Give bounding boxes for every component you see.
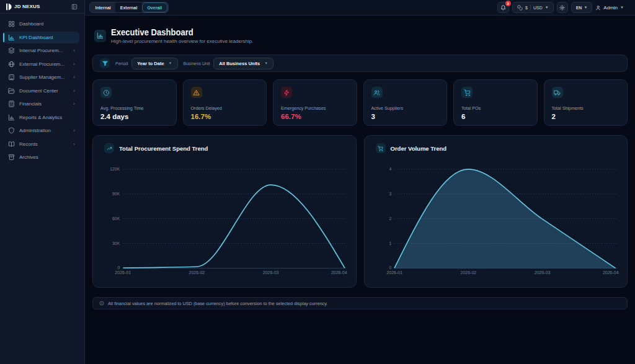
- svg-text:2026-01: 2026-01: [386, 270, 402, 275]
- svg-text:2026-03: 2026-03: [534, 270, 550, 275]
- svg-text:3: 3: [389, 192, 391, 196]
- svg-text:90K: 90K: [112, 192, 120, 196]
- svg-text:2026-02: 2026-02: [460, 270, 476, 275]
- svg-text:2026-04: 2026-04: [331, 270, 347, 275]
- svg-text:60K: 60K: [112, 216, 120, 221]
- svg-text:1: 1: [389, 241, 391, 246]
- svg-text:0: 0: [389, 265, 391, 270]
- svg-text:2026-03: 2026-03: [263, 270, 279, 275]
- svg-text:0: 0: [117, 265, 120, 270]
- svg-text:120K: 120K: [110, 167, 120, 171]
- svg-text:30K: 30K: [112, 241, 120, 246]
- svg-text:2026-04: 2026-04: [602, 270, 618, 275]
- svg-text:4: 4: [389, 167, 391, 171]
- svg-text:2026-02: 2026-02: [189, 270, 205, 275]
- svg-text:2026-01: 2026-01: [115, 270, 131, 275]
- svg-text:2: 2: [389, 216, 391, 221]
